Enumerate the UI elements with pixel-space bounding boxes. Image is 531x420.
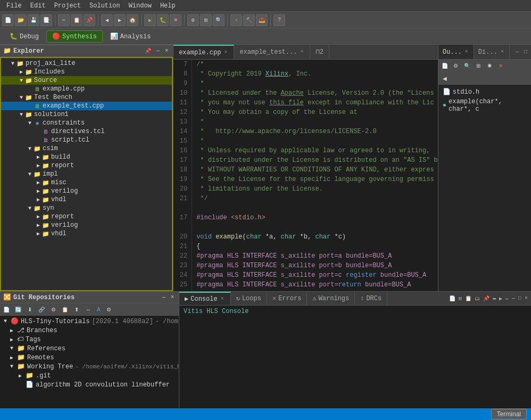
tree-item-syn[interactable]: ▼ 📁 syn [1, 204, 172, 212]
console-ctrl-2[interactable]: ⊞ [458, 294, 463, 303]
console-ctrl-7[interactable]: ▶ [498, 294, 503, 303]
right-item-example-func[interactable]: ● example(char*, char*, c [441, 97, 529, 114]
right-tool-btn-6[interactable]: ✕ [495, 61, 506, 70]
right-tab-outline-close[interactable]: × [464, 49, 469, 55]
git-working-tree[interactable]: ▼ 📁 Working Tree - /home/aoifem/.Xilinx/… [0, 362, 179, 371]
tree-item-directives[interactable]: 🗎 directives.tcl [1, 127, 172, 136]
menu-edit[interactable]: Edit [26, 1, 50, 11]
tree-item-build[interactable]: ▶ 📁 build [1, 153, 172, 161]
toolbar-back-btn[interactable]: ◀ [101, 14, 113, 26]
toolbar-run-btn[interactable]: ▶ [144, 14, 156, 26]
right-item-stdio[interactable]: 📄 stdio.h [441, 87, 529, 97]
analysis-tab[interactable]: 📊 Analysis [105, 31, 156, 42]
toolbar-build-btn[interactable]: 🔨 [243, 14, 255, 26]
git-close-btn[interactable]: × [169, 294, 176, 301]
menu-window[interactable]: Window [125, 1, 156, 11]
right-panel-maximize-btn[interactable]: □ [522, 48, 529, 55]
explorer-close-btn[interactable]: × [163, 47, 170, 54]
console-tab-console[interactable]: ▶ Console × [179, 292, 231, 305]
toolbar-zoom-btn[interactable]: 🔍 [213, 14, 225, 26]
git-minimize-btn[interactable]: — [161, 294, 167, 301]
git-btn-9[interactable]: ⚙ [104, 304, 114, 314]
menu-help[interactable]: Help [156, 1, 180, 11]
toolbar-home-btn[interactable]: 🏠 [127, 14, 138, 26]
git-branches[interactable]: ▶ ⎇ Branches [0, 326, 179, 335]
tree-item-vhdl-impl[interactable]: ▶ 📁 vhdl [1, 195, 172, 204]
menu-solution[interactable]: Solution [85, 1, 125, 11]
git-btn-6[interactable]: 📋 [60, 304, 70, 314]
console-ctrl-5[interactable]: 📌 [482, 294, 491, 303]
console-ctrl-8[interactable]: ✏ [504, 294, 510, 303]
right-tab-outline[interactable]: Ou... × [438, 45, 474, 59]
right-tool-btn-5[interactable]: ✱ [484, 61, 495, 70]
tree-item-source[interactable]: ▼ 📁 Source [1, 76, 172, 85]
git-btn-text[interactable]: A [95, 304, 103, 314]
tree-item-report-csim[interactable]: ▶ 📁 report [1, 161, 172, 170]
tab-example-cpp[interactable]: example.cpp × [173, 45, 234, 59]
git-btn-4[interactable]: 🔗 [36, 304, 47, 314]
console-tab-errors[interactable]: ✕ Errors [267, 292, 307, 305]
right-tool-btn-3[interactable]: 🔍 [462, 61, 472, 70]
tree-item-includes[interactable]: ▶ 📁 Includes [1, 68, 172, 76]
console-tab-loops[interactable]: ↻ Loops [231, 292, 267, 305]
console-ctrl-1[interactable]: 📄 [448, 294, 457, 303]
right-tool-btn-2[interactable]: ⚙ [451, 61, 461, 70]
toolbar-help-btn[interactable]: ? [273, 14, 285, 26]
tree-item-csim[interactable]: ▼ 📁 csim [1, 144, 172, 153]
toolbar-synth-btn[interactable]: ⚡ [230, 14, 242, 26]
console-tab-warnings[interactable]: ⚠ Warnings [307, 292, 355, 305]
toolbar-settings-btn[interactable]: ⚙ [187, 14, 199, 26]
debug-tab[interactable]: 🐛 Debug [4, 31, 44, 42]
toolbar-open-btn[interactable]: 📂 [15, 14, 27, 26]
tab-close-example-test[interactable]: × [299, 49, 304, 55]
console-ctrl-6[interactable]: ▬ [492, 294, 497, 302]
explorer-pin-btn[interactable]: 📌 [143, 47, 153, 55]
git-algorithm[interactable]: 📄 algorithm 2D convolution linebuffer [0, 380, 179, 389]
right-tab-di-close[interactable]: × [500, 49, 505, 55]
tree-item-testbench[interactable]: ▼ 📁 Test Bench [1, 93, 172, 102]
tab-example-test[interactable]: example_test... × [234, 45, 310, 59]
tree-item-example-cpp[interactable]: 🗎 example.cpp [1, 85, 172, 93]
tab-other[interactable]: ⊓2 [310, 45, 329, 59]
console-ctrl-11[interactable]: × [524, 294, 529, 302]
git-btn-2[interactable]: 🔄 [13, 304, 23, 314]
toolbar-export-btn[interactable]: 📤 [256, 14, 268, 26]
git-btn-1[interactable]: 📄 [1, 304, 12, 314]
tree-item-proj[interactable]: ▼ 📁 proj_axi_lite [1, 59, 172, 68]
menu-file[interactable]: File [2, 1, 26, 11]
toolbar-grid-btn[interactable]: ⊞ [200, 14, 212, 26]
tree-item-vhdl-syn[interactable]: ▶ 📁 vhdl [1, 229, 172, 238]
tree-item-impl[interactable]: ▼ 📁 impl [1, 170, 172, 178]
toolbar-stop-btn[interactable]: ■ [170, 14, 181, 26]
code-editor[interactable]: 7 /* 8 * Copyright 2019 Xilinx, Inc. 9 *… [173, 60, 438, 291]
toolbar-cut-btn[interactable]: ✂ [58, 14, 70, 26]
tree-item-report-syn[interactable]: ▶ 📁 report [1, 212, 172, 221]
tree-item-constraints[interactable]: ▼ ✱ constraints [1, 119, 172, 127]
terminal-button[interactable]: Terminal [491, 409, 527, 419]
console-ctrl-10[interactable]: □ [517, 294, 522, 302]
toolbar-new-btn[interactable]: 📄 [2, 14, 14, 26]
git-btn-5[interactable]: ⚙ [48, 304, 59, 314]
toolbar-save-all-btn[interactable]: 📑 [40, 14, 52, 26]
menu-project[interactable]: Project [50, 1, 85, 11]
right-tab-di[interactable]: Di... × [474, 45, 510, 59]
tab-close-example-cpp[interactable]: × [223, 50, 228, 55]
toolbar-save-btn[interactable]: 💾 [28, 14, 39, 26]
right-panel-minimize-btn[interactable]: — [514, 48, 520, 55]
toolbar-fwd-btn[interactable]: ▶ [114, 14, 126, 26]
right-tool-btn-back[interactable]: ◀ [439, 73, 450, 83]
console-ctrl-3[interactable]: 📋 [464, 294, 472, 303]
synthesis-tab[interactable]: 🔴 Synthesis [46, 30, 103, 43]
git-dot-git[interactable]: ▶ 📁 .git [0, 371, 179, 380]
console-ctrl-9[interactable]: — [511, 294, 516, 302]
console-ctrl-4[interactable]: 🗂 [474, 294, 481, 303]
right-tool-btn-4[interactable]: ⊞ [473, 61, 484, 70]
toolbar-copy-btn[interactable]: 📋 [71, 14, 82, 26]
console-close-btn[interactable]: × [220, 296, 225, 302]
git-btn-7[interactable]: ⬆ [71, 304, 82, 314]
right-tool-btn-1[interactable]: 📄 [439, 61, 450, 70]
git-btn-3[interactable]: ⬇ [24, 304, 35, 314]
console-tab-drcs[interactable]: ↕ DRCs [355, 292, 387, 305]
git-remotes[interactable]: ▶ 📁 Remotes [0, 353, 179, 362]
git-tags[interactable]: ▶ 🏷 Tags [0, 335, 179, 344]
